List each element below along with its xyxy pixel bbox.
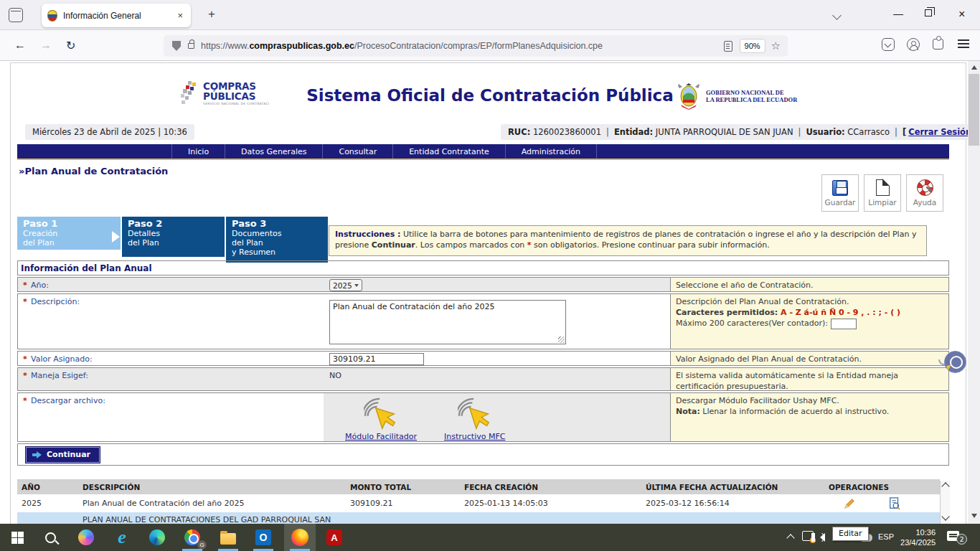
scrollbar-thumb[interactable] xyxy=(969,74,979,146)
form-row-esigef: *Maneja Esigef: NO El sistema valida aut… xyxy=(17,367,949,391)
user-value: CCarrasco xyxy=(847,127,890,137)
scrollbar-down-arrow[interactable] xyxy=(971,514,977,518)
table-scrollbar[interactable] xyxy=(940,481,950,524)
form-row-description: *Descripción: Plan Anual de Contratación… xyxy=(17,293,949,349)
reload-button[interactable]: ↻ xyxy=(66,39,75,52)
logout-link[interactable]: Cerrar Sesión xyxy=(908,127,971,137)
scroll-down-icon[interactable] xyxy=(941,512,949,520)
taskbar-ie-button[interactable]: e xyxy=(106,524,138,551)
gov-text-line2: LA REPUBLICA DEL ECUADOR xyxy=(706,96,797,103)
edit-pencil-icon[interactable] xyxy=(843,497,856,510)
taskbar-outlook-button[interactable]: O xyxy=(248,524,279,551)
modulo-facilitador-link[interactable]: Módulo Facilitador xyxy=(345,432,417,441)
new-tab-button[interactable]: + xyxy=(203,7,220,22)
description-label: Descripción: xyxy=(31,297,80,306)
download-instructivo-mfc[interactable]: Instructivo MFC xyxy=(444,397,505,441)
taskbar-clock[interactable]: 10:36 23/4/2025 xyxy=(898,527,936,547)
instructivo-mfc-link[interactable]: Instructivo MFC xyxy=(444,432,505,441)
url-host: compraspublicas.gob.ec xyxy=(249,41,354,51)
tab-close-icon[interactable]: × xyxy=(175,10,185,21)
taskbar-chrome-button[interactable]: G xyxy=(176,524,208,551)
download-modulo-facilitador[interactable]: Módulo Facilitador xyxy=(345,397,417,441)
firefox-icon xyxy=(291,529,308,546)
taskbar-edge-button[interactable] xyxy=(141,524,173,551)
app-menu-icon[interactable] xyxy=(958,39,969,41)
menu-item-administracion[interactable]: Administración xyxy=(505,144,597,159)
col-header-fecha-creacion: FECHA CREACIÓN xyxy=(460,483,641,491)
lock-icon[interactable] xyxy=(188,43,194,49)
taskbar-acrobat-button[interactable]: A xyxy=(319,524,350,551)
volume-icon[interactable] xyxy=(820,533,825,542)
page-content: COMPRAS PÚBLICAS SERVICIO NACIONAL DE CO… xyxy=(0,61,980,524)
taskbar-copilot-button[interactable] xyxy=(70,524,102,551)
datetime-display: Miércoles 23 de Abril de 2025 | 10:36 xyxy=(25,124,194,140)
download-note2-label: Nota: xyxy=(676,407,700,416)
click-cursor-icon xyxy=(458,397,492,430)
form-row-download: *Descargar archivo: Módulo Facilitador xyxy=(17,392,949,442)
char-counter-input[interactable] xyxy=(831,319,857,329)
tab-title: Información General xyxy=(63,11,169,21)
screen: Información General × + — × ← → ↻ https:… xyxy=(0,0,980,551)
account-icon[interactable] xyxy=(907,38,920,51)
browser-toolbar: ← → ↻ https://www.compraspublicas.gob.ec… xyxy=(0,30,980,61)
language-indicator[interactable]: ESP xyxy=(874,532,898,541)
zoom-level-indicator[interactable]: 90% xyxy=(740,39,765,53)
outlook-icon: O xyxy=(255,529,271,545)
reader-mode-icon[interactable] xyxy=(724,41,732,52)
step-arrow-icon xyxy=(112,231,120,242)
col-header-ultima-actualizacion: ÚLTIMA FECHA ACTUALIZACIÓN xyxy=(641,483,824,491)
ruc-value: 1260023860001 xyxy=(533,127,601,137)
page-title: »Plan Anual de Contratación xyxy=(19,166,168,176)
start-button[interactable] xyxy=(1,524,33,551)
menu-item-consultar[interactable]: Consultar xyxy=(322,144,392,159)
window-close-button[interactable]: × xyxy=(958,8,965,21)
taskbar-search-button[interactable] xyxy=(34,524,66,551)
textarea-resize-grip[interactable] xyxy=(558,336,565,343)
window-minimize-button[interactable]: — xyxy=(893,8,903,19)
window-restore-button[interactable] xyxy=(925,9,932,17)
site-title: Sistema Oficial de Contratación Pública xyxy=(0,86,980,105)
save-button[interactable]: Guardar xyxy=(821,174,859,212)
acrobat-icon: A xyxy=(326,529,342,545)
page-scrollbar[interactable] xyxy=(968,61,980,524)
floating-capture-widget[interactable] xyxy=(944,351,966,373)
back-button[interactable]: ← xyxy=(14,39,26,52)
col-header-operaciones: OPERACIONES xyxy=(824,483,940,491)
gov-text-line1: GOBIERNO NACIONAL DE xyxy=(706,89,797,96)
bookmark-star-icon[interactable]: ☆ xyxy=(771,39,781,52)
extensions-icon[interactable] xyxy=(933,39,943,50)
entity-value: JUNTA PARROQUIAL DE SAN JUAN xyxy=(656,127,793,137)
plans-table: AÑO DESCRIPCIÓN MONTO TOTAL FECHA CREACI… xyxy=(17,479,940,524)
save-to-pocket-icon[interactable] xyxy=(882,38,895,51)
step-3-documentos: Paso 3 Documentos del Plan y Resumen xyxy=(226,217,328,263)
menu-item-inicio[interactable]: Inicio xyxy=(171,144,225,159)
continue-button[interactable]: Continuar xyxy=(26,447,100,463)
taskbar-explorer-button[interactable] xyxy=(212,524,244,551)
assigned-value-input[interactable]: 309109.21 xyxy=(329,353,424,365)
internet-explorer-icon: e xyxy=(118,529,126,545)
help-button[interactable]: Ayuda xyxy=(906,174,943,212)
table-row-selected[interactable]: PLAN ANUAL DE CONTRATACIONES DEL GAD PAR… xyxy=(17,512,940,524)
scrollbar-up-arrow[interactable] xyxy=(971,65,977,70)
select-chevron-icon xyxy=(354,284,359,287)
clear-button[interactable]: Limpiar xyxy=(864,174,901,212)
menu-item-entidad-contratante[interactable]: Entidad Contratante xyxy=(392,144,505,159)
user-label: Usuario: xyxy=(806,127,844,137)
browser-tab[interactable]: Información General × xyxy=(42,4,191,27)
forward-button[interactable]: → xyxy=(40,39,52,52)
col-header-descripcion: DESCRIPCIÓN xyxy=(78,483,346,491)
table-row[interactable]: 2025 Plan Anual de Contratación del año … xyxy=(17,494,940,512)
list-tabs-chevron-icon[interactable] xyxy=(832,11,842,20)
description-textarea[interactable]: Plan Anual de Contratación del año 2025 xyxy=(329,300,566,344)
url-text[interactable]: https://www.compraspublicas.gob.ec/Proce… xyxy=(201,41,724,51)
scroll-up-icon[interactable] xyxy=(941,482,949,490)
taskbar-firefox-button[interactable] xyxy=(284,524,316,551)
tray-expand-chevron-icon[interactable] xyxy=(786,534,794,542)
form-row-assigned-value: *Valor Asignado: 309109.21 Valor Asignad… xyxy=(17,351,949,366)
menu-item-datos-generales[interactable]: Datos Generales xyxy=(225,144,322,159)
view-document-icon[interactable] xyxy=(888,497,901,510)
tracking-shield-icon[interactable] xyxy=(172,41,181,51)
year-select[interactable]: 2025 xyxy=(329,279,362,291)
firefox-view-icon[interactable] xyxy=(9,8,23,22)
address-bar[interactable]: https://www.compraspublicas.gob.ec/Proce… xyxy=(164,35,788,57)
